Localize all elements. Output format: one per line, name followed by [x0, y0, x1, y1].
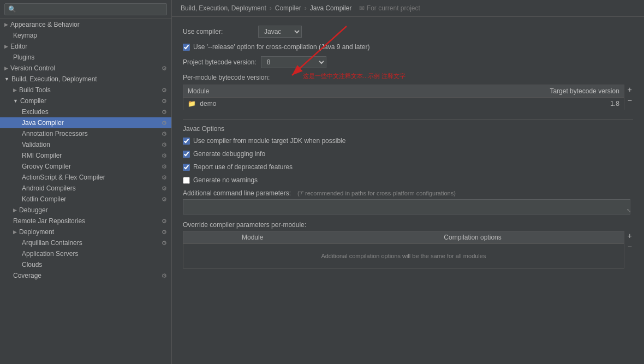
additional-params-input-wrap: ⤡ — [183, 199, 633, 214]
sidebar-item-debugger[interactable]: ▶Debugger — [0, 205, 171, 216]
expand-icon: ⤡ — [627, 207, 631, 213]
compiler-select[interactable]: Javac — [258, 26, 302, 38]
bytecode-version-label: Project bytecode version: — [183, 58, 257, 66]
target-col-header: Target bytecode version — [326, 85, 624, 98]
additional-params-label: Additional command line parameters: — [183, 189, 291, 197]
sidebar-item-annotation-processors[interactable]: Annotation Processors⚙ — [0, 128, 171, 139]
javac-options-title: Javac Options — [183, 125, 633, 133]
sidebar-label-java-compiler: Java Compiler — [22, 119, 64, 127]
gear-icon-validation: ⚙ — [162, 141, 167, 148]
sidebar-item-remote-jar[interactable]: Remote Jar Repositories⚙ — [0, 216, 171, 226]
add-module-button[interactable]: + — [627, 85, 633, 96]
sidebar-label-arquillian: Arquillian Containers — [22, 239, 82, 247]
sidebar-item-editor[interactable]: ▶Editor — [0, 41, 171, 52]
sidebar-label-version-control: Version Control — [10, 64, 55, 72]
gear-icon-rmi-compiler: ⚙ — [162, 152, 167, 159]
gear-icon-coverage: ⚙ — [162, 272, 167, 279]
module-col-header: Module — [183, 85, 326, 98]
demo-module-name: demo — [200, 100, 216, 108]
table-row: 📁 demo 1.8 — [183, 98, 624, 110]
sidebar-item-excludes[interactable]: Excludes⚙ — [0, 106, 171, 117]
sidebar-item-deployment[interactable]: ▶Deployment⚙ — [0, 226, 171, 237]
sidebar-item-validation[interactable]: Validation⚙ — [0, 139, 171, 150]
breadcrumb-part2: Compiler — [275, 4, 301, 12]
additional-params-input[interactable] — [183, 199, 630, 214]
sidebar-item-coverage[interactable]: Coverage⚙ — [0, 270, 171, 281]
sidebar-item-app-servers[interactable]: Application Servers — [0, 248, 171, 259]
option3-row: Report use of deprecated features — [183, 163, 633, 171]
override-col1-header: Module — [183, 231, 322, 244]
sidebar-label-android-compilers: Android Compilers — [22, 184, 76, 192]
sidebar-label-deployment: Deployment — [19, 228, 54, 236]
option3-checkbox[interactable] — [183, 164, 190, 171]
arrow-version-control: ▶ — [4, 65, 8, 71]
sidebar-item-java-compiler[interactable]: Java Compiler⚙ — [0, 117, 171, 128]
sidebar-item-actionscript-compiler[interactable]: ActionScript & Flex Compiler⚙ — [0, 172, 171, 183]
additional-params-header: Additional command line parameters: ('/'… — [183, 189, 633, 197]
override-label: Override compiler parameters per-module: — [183, 221, 633, 229]
sidebar-item-build-tools[interactable]: ▶Build Tools⚙ — [0, 85, 171, 96]
sidebar-label-kotlin-compiler: Kotlin Compiler — [22, 195, 66, 203]
compiler-select-wrap: Javac — [258, 26, 302, 38]
content-area: Build, Execution, Deployment › Compiler … — [172, 0, 644, 364]
breadcrumb-note: ✉ For current project — [359, 4, 420, 12]
breadcrumb: Build, Execution, Deployment › Compiler … — [172, 0, 644, 17]
sidebar-item-arquillian[interactable]: Arquillian Containers⚙ — [0, 237, 171, 248]
sidebar-item-version-control[interactable]: ▶Version Control⚙ — [0, 63, 171, 74]
bytecode-version-row: Project bytecode version: 8 — [183, 56, 633, 68]
breadcrumb-part3: Java Compiler — [310, 4, 352, 12]
option3-label: Report use of deprecated features — [193, 163, 293, 171]
option4-checkbox[interactable] — [183, 177, 190, 184]
content-body: Use compiler: Javac Use '--release' opti… — [172, 17, 644, 364]
sidebar-label-validation: Validation — [22, 141, 50, 148]
gear-icon-deployment: ⚙ — [162, 229, 167, 236]
option1-label: Use compiler from module target JDK when… — [193, 137, 345, 145]
sidebar-item-clouds[interactable]: Clouds — [0, 259, 171, 270]
option2-row: Generate debugging info — [183, 150, 633, 158]
sidebar-item-groovy-compiler[interactable]: Groovy Compiler⚙ — [0, 161, 171, 172]
option1-checkbox[interactable] — [183, 138, 190, 145]
demo-module-cell: 📁 demo — [183, 98, 326, 110]
sidebar: ▶Appearance & BehaviorKeymap▶EditorPlugi… — [0, 0, 172, 364]
override-table-actions: + − — [627, 231, 633, 252]
gear-icon-actionscript-compiler: ⚙ — [162, 174, 167, 181]
sidebar-item-plugins[interactable]: Plugins — [0, 52, 171, 63]
option1-row: Use compiler from module target JDK when… — [183, 137, 633, 145]
remove-override-button[interactable]: − — [627, 242, 633, 253]
add-override-button[interactable]: + — [627, 231, 633, 242]
release-option-checkbox[interactable] — [183, 44, 190, 51]
main-layout: ▶Appearance & BehaviorKeymap▶EditorPlugi… — [0, 0, 644, 364]
gear-icon-arquillian: ⚙ — [162, 240, 167, 247]
per-module-table-wrap: Module Target bytecode version 📁 demo 1.… — [183, 85, 633, 114]
sidebar-item-rmi-compiler[interactable]: RMI Compiler⚙ — [0, 150, 171, 161]
option2-label: Generate debugging info — [193, 150, 265, 158]
option4-label: Generate no warnings — [193, 176, 258, 184]
sidebar-item-appearance[interactable]: ▶Appearance & Behavior — [0, 19, 171, 30]
gear-icon-kotlin-compiler: ⚙ — [162, 196, 167, 203]
bytecode-version-select[interactable]: 8 — [261, 56, 326, 68]
additional-params-note: ('/' recommended in paths for cross-plat… — [297, 190, 456, 196]
gear-icon-annotation-processors: ⚙ — [162, 130, 167, 138]
sidebar-label-app-servers: Application Servers — [22, 250, 78, 258]
sidebar-label-keymap: Keymap — [13, 32, 37, 39]
breadcrumb-part1: Build, Execution, Deployment — [181, 4, 266, 12]
use-compiler-label: Use compiler: — [183, 28, 254, 35]
arrow-debugger: ▶ — [13, 207, 17, 213]
sidebar-label-annotation-processors: Annotation Processors — [22, 130, 88, 138]
arrow-build-tools: ▶ — [13, 87, 17, 93]
sidebar-item-compiler[interactable]: ▼Compiler⚙ — [0, 96, 171, 106]
remove-module-button[interactable]: − — [627, 96, 633, 106]
sidebar-item-android-compilers[interactable]: Android Compilers⚙ — [0, 183, 171, 194]
option2-checkbox[interactable] — [183, 151, 190, 158]
sidebar-label-plugins: Plugins — [13, 53, 34, 61]
sidebar-item-keymap[interactable]: Keymap — [0, 30, 171, 41]
sidebar-item-kotlin-compiler[interactable]: Kotlin Compiler⚙ — [0, 194, 171, 205]
override-table: Module Compilation options Additional co… — [183, 231, 624, 268]
demo-target-cell: 1.8 — [326, 98, 624, 110]
search-box-wrap — [0, 0, 171, 19]
sidebar-item-build-exec[interactable]: ▼Build, Execution, Deployment — [0, 74, 171, 85]
release-option-row: Use '--release' option for cross-compila… — [183, 43, 633, 51]
search-input[interactable] — [4, 3, 167, 15]
arrow-deployment: ▶ — [13, 229, 17, 235]
sidebar-label-appearance: Appearance & Behavior — [10, 21, 80, 28]
